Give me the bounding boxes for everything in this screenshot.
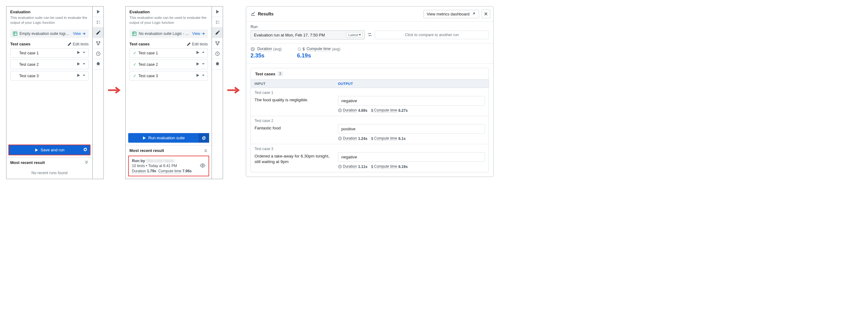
eye-icon[interactable] bbox=[200, 163, 206, 169]
tests-header: Test cases bbox=[129, 42, 150, 46]
eval-description: This evaluation suite can be used to eva… bbox=[10, 15, 89, 25]
rail-branch-icon[interactable] bbox=[93, 38, 103, 49]
rail-hammer-icon[interactable] bbox=[212, 28, 223, 38]
chevrons-down-icon[interactable] bbox=[84, 160, 89, 165]
svg-rect-0 bbox=[13, 32, 17, 35]
play-icon[interactable] bbox=[76, 51, 80, 55]
chevron-down-icon[interactable] bbox=[202, 62, 205, 67]
recent-run-card[interactable]: Run by Obscured Name 10 tests • Today at… bbox=[128, 156, 209, 176]
table-row: Test case 3 Ordered a take-away for 6.30… bbox=[251, 144, 489, 172]
sheet-icon bbox=[132, 31, 137, 36]
chart-icon bbox=[250, 11, 255, 17]
suite-chip[interactable]: No evaluation suite Logic - evaluati… Vi… bbox=[129, 29, 208, 38]
no-runs-message: No recent runs found bbox=[6, 168, 92, 179]
view-link[interactable]: View bbox=[192, 32, 206, 36]
save-run-highlight: Save and run bbox=[8, 144, 91, 155]
chevrons-up-icon[interactable] bbox=[204, 148, 208, 153]
close-button[interactable] bbox=[482, 9, 490, 18]
recent-header: Most recent result bbox=[10, 160, 45, 165]
chevron-down-icon[interactable] bbox=[202, 51, 205, 55]
suite-label: Empty evaluation suite logic - evalu… bbox=[20, 32, 71, 36]
arrow-right-icon bbox=[223, 87, 245, 94]
rail-checklist-icon[interactable] bbox=[93, 17, 103, 28]
rail-play-icon[interactable] bbox=[212, 6, 223, 17]
chevron-down-icon[interactable] bbox=[82, 73, 86, 78]
col-input: INPUT bbox=[251, 80, 334, 88]
output-value: positive bbox=[338, 124, 485, 134]
gear-icon[interactable] bbox=[83, 147, 87, 153]
side-rail-1 bbox=[93, 6, 104, 179]
rail-rocket-icon[interactable] bbox=[212, 59, 223, 69]
svg-point-7 bbox=[216, 41, 217, 43]
output-value: negative bbox=[338, 152, 485, 162]
rail-rocket-icon[interactable] bbox=[93, 59, 103, 69]
evaluation-panel-1: Evaluation This evaluation suite can be … bbox=[6, 6, 93, 179]
chevron-down-icon[interactable] bbox=[82, 62, 86, 67]
rail-play-icon[interactable] bbox=[93, 6, 103, 17]
test-item[interactable]: Test case 3 bbox=[10, 71, 89, 80]
svg-point-6 bbox=[202, 165, 204, 166]
col-output[interactable]: OUTPUT bbox=[334, 80, 489, 88]
test-item[interactable]: Test case 2 bbox=[10, 60, 89, 69]
play-icon[interactable] bbox=[196, 51, 199, 55]
run-evaluation-suite-button[interactable]: Run evaluation suite bbox=[128, 133, 209, 143]
compare-run-button[interactable]: Click to compare to another run bbox=[375, 31, 489, 39]
view-link[interactable]: View bbox=[73, 32, 86, 36]
suite-chip[interactable]: Empty evaluation suite logic - evalu… Vi… bbox=[10, 29, 89, 38]
test-item[interactable]: ✓ Test case 2 bbox=[129, 60, 208, 69]
compare-icon[interactable] bbox=[367, 32, 372, 38]
play-icon[interactable] bbox=[196, 62, 199, 67]
rail-hammer-icon[interactable] bbox=[93, 28, 103, 38]
edit-tests-button[interactable]: Edit tests bbox=[187, 42, 208, 46]
check-icon: ✓ bbox=[132, 62, 137, 67]
run-label: Run bbox=[250, 25, 489, 29]
results-title: Results bbox=[258, 11, 424, 17]
test-item[interactable]: Test case 1 bbox=[10, 48, 89, 58]
results-panel: Results View metrics dashboard Run Evalu… bbox=[246, 6, 494, 177]
play-icon[interactable] bbox=[196, 73, 199, 78]
recent-header: Most recent result bbox=[129, 148, 164, 153]
eval-title: Evaluation bbox=[129, 9, 208, 14]
edit-tests-button[interactable]: Edit tests bbox=[67, 42, 89, 46]
eval-description: This evaluation suite can be used to eva… bbox=[129, 15, 208, 25]
svg-rect-5 bbox=[132, 32, 136, 35]
test-list: ✓ Test case 1 ✓ Test case 2 ✓ Test case … bbox=[126, 48, 212, 83]
output-value: negative bbox=[338, 96, 485, 106]
check-icon: ✓ bbox=[132, 73, 137, 78]
rail-history-icon[interactable] bbox=[93, 49, 103, 59]
table-row: Test case 2 Fantastic food positive Dura… bbox=[251, 116, 489, 144]
test-list: Test case 1 Test case 2 Test case 3 bbox=[6, 48, 92, 83]
side-rail-2 bbox=[212, 6, 223, 179]
rail-history-icon[interactable] bbox=[212, 49, 223, 59]
sheet-icon bbox=[13, 31, 18, 36]
view-metrics-dashboard-button[interactable]: View metrics dashboard bbox=[424, 10, 479, 18]
eval-title: Evaluation bbox=[10, 9, 89, 14]
svg-point-1 bbox=[96, 41, 98, 43]
evaluation-panel-2: Evaluation This evaluation suite can be … bbox=[125, 6, 212, 179]
duration-metric: Duration (avg) 2.35s bbox=[250, 46, 282, 59]
arrow-right-icon bbox=[104, 87, 125, 94]
save-and-run-button[interactable]: Save and run bbox=[9, 145, 90, 155]
chevron-down-icon[interactable] bbox=[82, 51, 86, 55]
check-icon: ✓ bbox=[132, 51, 137, 55]
test-item[interactable]: ✓ Test case 1 bbox=[129, 48, 208, 58]
test-item[interactable]: ✓ Test case 3 bbox=[129, 71, 208, 80]
latest-badge[interactable]: Latest bbox=[346, 32, 363, 38]
tests-header: Test cases bbox=[10, 42, 31, 46]
test-cases-table: Test cases 3 INPUT OUTPUT Test case 1 Th… bbox=[250, 68, 489, 172]
play-icon[interactable] bbox=[76, 73, 80, 78]
svg-point-2 bbox=[99, 41, 100, 43]
gear-icon[interactable] bbox=[198, 133, 209, 143]
play-icon[interactable] bbox=[76, 62, 80, 67]
rail-branch-icon[interactable] bbox=[212, 38, 223, 49]
chevron-down-icon[interactable] bbox=[202, 73, 205, 78]
svg-point-8 bbox=[218, 41, 219, 43]
run-select[interactable]: Evaluation run at Mon, Feb 17, 7:50 PM L… bbox=[250, 30, 365, 39]
tests-count-badge: 3 bbox=[277, 71, 283, 76]
table-row: Test case 1 The food quality is negligib… bbox=[251, 88, 489, 116]
rail-checklist-icon[interactable] bbox=[212, 17, 223, 28]
compute-time-metric: $ Compute time (avg) 6.19s bbox=[297, 46, 340, 59]
suite-label: No evaluation suite Logic - evaluati… bbox=[139, 32, 190, 36]
